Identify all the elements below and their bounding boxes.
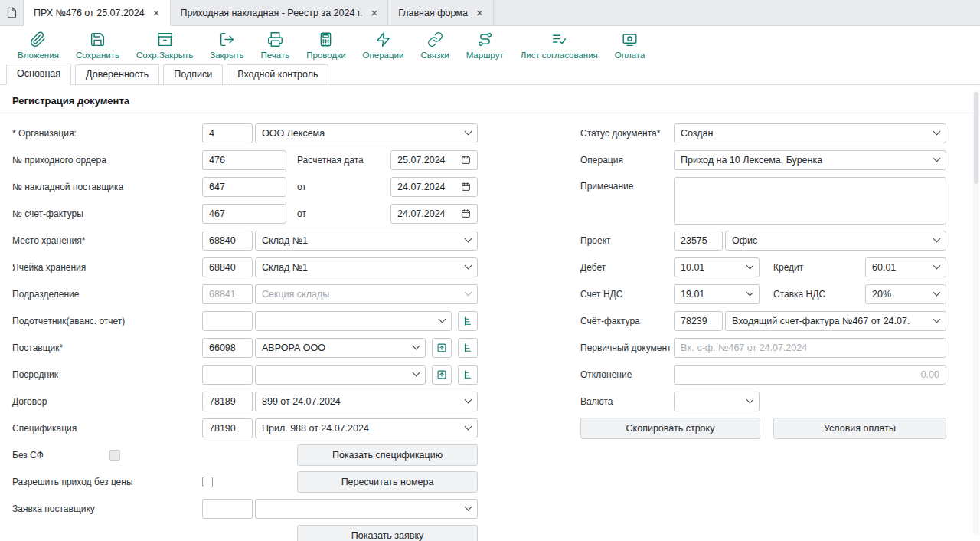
intermediary-code-input[interactable] bbox=[202, 365, 253, 385]
scrollbar-thumb[interactable] bbox=[974, 92, 978, 184]
operation-select[interactable]: Приход на 10 Лексема, Буренка bbox=[674, 150, 946, 170]
chevron-down-icon bbox=[933, 128, 941, 136]
tab-main[interactable]: Основная bbox=[6, 64, 71, 85]
accountable-select[interactable] bbox=[255, 311, 452, 331]
vat-rate-select[interactable]: 20% bbox=[865, 284, 946, 304]
calendar-icon[interactable] bbox=[461, 155, 471, 165]
status-select[interactable]: Создан bbox=[674, 123, 946, 143]
chevron-down-icon bbox=[465, 396, 472, 404]
open-record-icon bbox=[436, 343, 447, 353]
organization-code-input[interactable]: 4 bbox=[202, 123, 253, 143]
window-tab-registry[interactable]: Приходная накладная - Реестр за 2024 г. … bbox=[171, 0, 389, 25]
project-select[interactable]: Офис bbox=[725, 231, 946, 251]
organization-select[interactable]: ООО Лексема bbox=[255, 123, 478, 143]
accountable-tree-button[interactable] bbox=[458, 311, 478, 331]
specification-code-input[interactable]: 78190 bbox=[202, 418, 253, 438]
row-supplier: Поставщик* 66098 АВРОРА ООО bbox=[12, 334, 478, 361]
show-specification-button[interactable]: Показать спецификацию bbox=[297, 444, 478, 466]
window-tab-prx-document[interactable]: ПРХ №476 от 25.07.2024 × bbox=[23, 0, 171, 26]
invoice-doc-select[interactable]: Входящий счет-фактура №467 от 24.07. bbox=[725, 311, 946, 331]
supplier-select[interactable]: АВРОРА ООО bbox=[255, 338, 426, 358]
supplier-request-code-input[interactable] bbox=[202, 499, 253, 519]
approval-sheet-button[interactable]: Лист согласования bbox=[512, 31, 606, 60]
close-icon[interactable]: × bbox=[371, 7, 377, 18]
row-supplier-invoice-no: № накладной поставщика 647 от 24.07.2024 bbox=[12, 173, 478, 200]
toolbar: Вложения Сохранить Сохр.Закрыть Закрыть … bbox=[0, 26, 980, 64]
storage-place-code-input[interactable]: 68840 bbox=[202, 231, 253, 251]
save-button[interactable]: Сохранить bbox=[67, 31, 128, 60]
vat-account-select[interactable]: 19.01 bbox=[674, 284, 760, 304]
supplier-open-card-button[interactable] bbox=[432, 338, 452, 358]
intermediary-select[interactable] bbox=[255, 365, 426, 385]
primary-doc-input[interactable]: Вх. с-ф. №467 от 24.07.2024 bbox=[674, 338, 946, 358]
postings-button[interactable]: Проводки bbox=[298, 31, 354, 60]
show-request-button[interactable]: Показать заявку bbox=[297, 525, 478, 541]
intermediary-open-card-button[interactable] bbox=[432, 365, 452, 385]
supplier-code-input[interactable]: 66098 bbox=[202, 338, 253, 358]
invoice-no-input[interactable]: 467 bbox=[202, 204, 286, 224]
supplier-tree-button[interactable] bbox=[458, 338, 478, 358]
supplier-invoice-date-input[interactable]: 24.07.2024 bbox=[390, 177, 478, 197]
no-sf-checkbox[interactable] bbox=[109, 450, 120, 461]
chevron-down-icon bbox=[933, 235, 941, 243]
order-no-label: № приходного ордера bbox=[12, 155, 202, 166]
calendar-icon[interactable] bbox=[461, 182, 471, 192]
chevron-down-icon bbox=[933, 289, 941, 297]
tab-input-control[interactable]: Входной контроль bbox=[227, 64, 328, 84]
tab-signatures[interactable]: Подписи bbox=[163, 64, 223, 84]
intermediary-tree-button[interactable] bbox=[458, 365, 478, 385]
order-no-input[interactable]: 476 bbox=[202, 150, 286, 170]
credit-select[interactable]: 60.01 bbox=[865, 257, 946, 277]
invoice-from-label: от bbox=[297, 208, 306, 219]
storage-cell-select[interactable]: Склад №1 bbox=[255, 257, 478, 277]
allow-no-price-checkbox[interactable] bbox=[202, 477, 213, 487]
links-button[interactable]: Связки bbox=[412, 31, 457, 60]
intermediary-label: Посредник bbox=[12, 369, 202, 380]
window-tab-main-form[interactable]: Главная форма × bbox=[388, 0, 494, 25]
row-specification: Спецификация 78190 Прил. 988 от 24.07.20… bbox=[12, 415, 478, 441]
storage-place-select[interactable]: Склад №1 bbox=[255, 231, 478, 251]
contract-select[interactable]: 899 от 24.07.2024 bbox=[255, 392, 478, 411]
toolbar-label: Оплата bbox=[615, 51, 645, 60]
debit-select[interactable]: 10.01 bbox=[674, 257, 760, 277]
supplier-invoice-no-input[interactable]: 647 bbox=[202, 177, 286, 197]
tab-power-of-attorney[interactable]: Доверенность bbox=[75, 64, 159, 84]
operations-button[interactable]: Операции bbox=[354, 31, 413, 60]
attachments-button[interactable]: Вложения bbox=[9, 31, 67, 60]
note-textarea[interactable] bbox=[674, 177, 946, 225]
payment-button[interactable]: Оплата bbox=[606, 31, 654, 60]
lightning-icon bbox=[375, 31, 391, 48]
row-supplier-request: Заявка поставщику bbox=[12, 495, 478, 522]
route-button[interactable]: Маршрут bbox=[458, 31, 512, 60]
toolbar-label: Печать bbox=[261, 51, 290, 60]
storage-cell-code-input[interactable]: 68840 bbox=[202, 257, 253, 277]
row-currency: Валюта bbox=[580, 388, 946, 415]
contract-code-input[interactable]: 78189 bbox=[202, 392, 253, 411]
print-button[interactable]: Печать bbox=[253, 31, 299, 60]
accountable-code-input[interactable] bbox=[202, 311, 253, 331]
save-close-button[interactable]: Сохр.Закрыть bbox=[128, 31, 201, 60]
calc-date-input[interactable]: 25.07.2024 bbox=[390, 150, 478, 170]
invoice-doc-code-input[interactable]: 78239 bbox=[674, 311, 723, 331]
vertical-scrollbar[interactable] bbox=[973, 90, 979, 535]
supplier-request-select[interactable] bbox=[255, 499, 478, 519]
close-button[interactable]: Закрыть bbox=[201, 31, 252, 60]
recalc-numbers-button[interactable]: Пересчитать номера bbox=[297, 471, 478, 493]
supplier-request-label: Заявка поставщику bbox=[12, 503, 202, 514]
vat-rate-label: Ставка НДС bbox=[773, 289, 825, 300]
copy-row-button[interactable]: Скопировать строку bbox=[580, 418, 760, 439]
chevron-down-icon bbox=[746, 396, 754, 404]
section-divider bbox=[0, 113, 980, 113]
specification-label: Спецификация bbox=[12, 423, 202, 434]
invoice-date-input[interactable]: 24.07.2024 bbox=[390, 204, 478, 224]
row-invoice-no: № счет-фактуры 467 от 24.07.2024 bbox=[12, 200, 478, 227]
specification-select[interactable]: Прил. 988 от 24.07.2024 bbox=[255, 418, 478, 438]
project-code-input[interactable]: 23575 bbox=[674, 231, 723, 251]
close-icon[interactable]: × bbox=[153, 7, 160, 18]
calendar-icon[interactable] bbox=[461, 208, 471, 218]
close-icon[interactable]: × bbox=[476, 7, 483, 18]
department-select: Секция склады bbox=[255, 284, 478, 304]
payment-terms-button[interactable]: Условия оплаты bbox=[773, 418, 946, 439]
currency-select[interactable] bbox=[674, 392, 760, 411]
supplier-invoice-from-label: от bbox=[297, 182, 306, 192]
